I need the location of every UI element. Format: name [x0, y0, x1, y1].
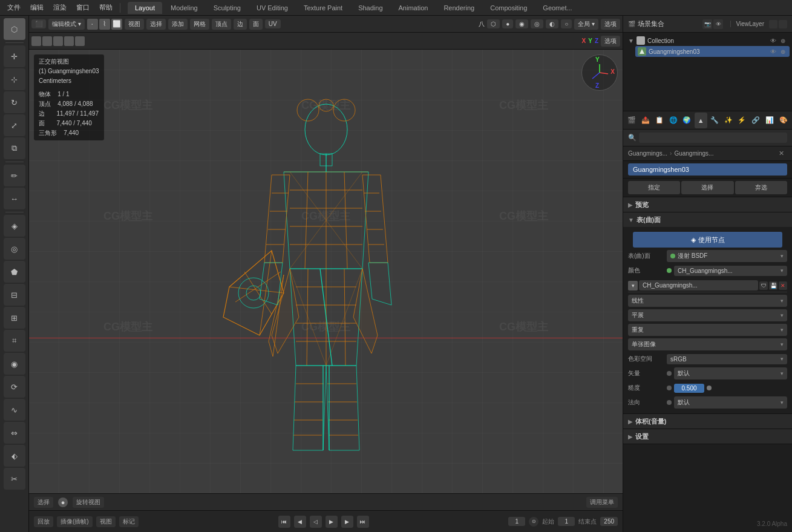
snap-icon-5[interactable] [75, 36, 85, 46]
start-frame[interactable]: 1 [558, 517, 575, 526]
menu-file[interactable]: 文件 [2, 2, 25, 13]
menu-render[interactable]: 渲染 [48, 2, 71, 13]
object-item[interactable]: Guangmingshen03 👁 ⊕ [635, 46, 790, 57]
particles-tab[interactable]: ✨ [722, 113, 735, 128]
vl-icon-1[interactable] [769, 20, 777, 28]
tab-rendering[interactable]: Rendering [436, 2, 482, 14]
overlay-btn[interactable]: ○ [561, 19, 572, 28]
scale-tool[interactable]: ⤢ [4, 114, 25, 136]
view-layer-tab[interactable]: 📋 [653, 113, 666, 128]
mat-close-icon[interactable]: ✕ [779, 281, 787, 290]
move-tool[interactable]: ⊹ [4, 68, 25, 90]
keyframe-dot[interactable]: ⊙ [529, 517, 538, 527]
surface-header[interactable]: ▼ 表(曲)面 [623, 212, 792, 227]
bsdf-dropdown[interactable]: 漫射 BSDF ▾ [667, 250, 787, 262]
next-frame-btn[interactable]: ▶ [341, 516, 353, 528]
col-eye[interactable]: 👁 [769, 36, 777, 45]
end-frame[interactable]: 250 [600, 517, 618, 526]
rotate-status[interactable]: 旋转视图 [73, 497, 104, 508]
output-props-tab[interactable]: 📤 [640, 113, 652, 128]
tab-texture-paint[interactable]: Texture Paint [296, 2, 350, 14]
flat-dropdown[interactable]: 平展 ▾ [628, 309, 787, 321]
mat-save-icon[interactable]: 💾 [769, 281, 777, 290]
annotate-tool[interactable]: ✏ [4, 165, 25, 186]
marker-btn[interactable]: 标记 [119, 516, 139, 527]
option-right-btn[interactable]: 选项 [601, 36, 620, 47]
jump-end-btn[interactable]: ⏭ [357, 516, 369, 528]
jump-start-btn[interactable]: ⏮ [278, 516, 290, 528]
bc-item-2[interactable]: Guangmings... [674, 150, 713, 157]
global-local-btn[interactable]: 全局 ▾ [574, 19, 598, 30]
editor-type-btn[interactable]: ⬛ [31, 19, 46, 28]
roughness-dot-btn[interactable] [707, 386, 712, 390]
face-mode-btn[interactable]: ⬜ [111, 19, 122, 30]
select-tool[interactable]: ⬡ [4, 18, 25, 40]
vl-icon-2[interactable] [779, 20, 787, 28]
view-menu[interactable]: 视图 [125, 19, 144, 30]
bc-item-1[interactable]: Guangmings... [628, 150, 667, 157]
repeat-dropdown[interactable]: 重复 ▾ [628, 324, 787, 336]
object-name-input[interactable] [628, 163, 787, 176]
props-search-input[interactable] [639, 133, 787, 143]
tab-modeling[interactable]: Modeling [163, 2, 205, 14]
edge-menu[interactable]: 边 [234, 19, 247, 30]
col-cursor[interactable]: ⊕ [779, 36, 787, 45]
timeline-view-btn[interactable]: 视图 [96, 516, 116, 527]
world-tab[interactable]: 🌍 [681, 113, 693, 128]
viewport-shading[interactable]: ◐ [546, 19, 558, 28]
material-tab[interactable]: 🎨 [777, 113, 790, 128]
deselect-mat-btn[interactable]: 弃选 [735, 181, 787, 194]
scene-tab[interactable]: 🌐 [667, 113, 679, 128]
prev-frame-btn[interactable]: ◀ [294, 516, 306, 528]
use-nodes-btn[interactable]: ◈ 使用节点 [633, 232, 782, 248]
tab-layout[interactable]: Layout [128, 2, 162, 14]
select-menu[interactable]: 选择 [146, 19, 166, 30]
shading-render[interactable]: ◎ [531, 19, 543, 28]
tab-compositing[interactable]: Compositing [483, 2, 534, 14]
mat-shield-icon[interactable]: 🛡 [759, 281, 768, 290]
3d-viewport[interactable]: CG模型主 CG模型主 CG模型主 CG模型主 CG模型主 CG模型主 CG模型… [29, 50, 623, 493]
vector-dropdown[interactable]: 默认 ▾ [674, 367, 787, 379]
interpolation-btn[interactable]: 插像(插帧) [57, 516, 93, 527]
bc-close-icon[interactable]: ✕ [779, 149, 787, 158]
playback-btn[interactable]: 回放 [34, 516, 53, 527]
shading-material[interactable]: ◉ [515, 19, 528, 28]
color-space-dropdown[interactable]: sRGB ▾ [667, 354, 787, 364]
menu-window[interactable]: 窗口 [71, 2, 94, 13]
bevel-tool[interactable]: ⬟ [4, 261, 25, 283]
edge-slide-tool[interactable]: ⇔ [4, 422, 25, 444]
obj-eye[interactable]: 👁 [769, 47, 777, 56]
assign-btn[interactable]: 指定 [628, 181, 680, 194]
normal-dropdown[interactable]: 默认 ▾ [674, 396, 787, 409]
tab-shading[interactable]: Shading [351, 2, 390, 14]
uv-menu[interactable]: UV [265, 19, 281, 28]
extrude-tool[interactable]: ◈ [4, 215, 25, 237]
spin-tool[interactable]: ⟳ [4, 376, 25, 398]
object-tab[interactable]: ▲ [695, 113, 707, 128]
vertex-mode-btn[interactable]: ⬝ [87, 19, 98, 30]
option-btn[interactable]: 选项 [601, 19, 620, 30]
loop-cut-tool[interactable]: ⊟ [4, 284, 25, 306]
roughness-input[interactable]: 0.500 [674, 384, 704, 393]
settings-header[interactable]: ▶ 设置 [623, 429, 792, 444]
measure-tool[interactable]: ↔ [4, 188, 25, 209]
shear-tool[interactable]: ⬖ [4, 445, 25, 467]
smooth-tool[interactable]: ∿ [4, 399, 25, 421]
collection-item[interactable]: ▼ Collection 👁 ⊕ [626, 35, 790, 46]
mode-select[interactable]: 编辑模式 ▾ [48, 19, 85, 30]
shading-solid[interactable]: ● [502, 19, 513, 28]
inset-tool[interactable]: ◎ [4, 238, 25, 260]
current-frame[interactable]: 1 [508, 517, 525, 526]
menu-status[interactable]: 调用菜单 [586, 497, 618, 508]
menu-help[interactable]: 帮助 [94, 2, 117, 13]
scene-eye-icon[interactable]: 👁 [713, 19, 723, 29]
linearity-dropdown[interactable]: 线性 ▾ [628, 295, 787, 307]
obj-cursor[interactable]: ⊕ [779, 47, 787, 56]
edge-mode-btn[interactable]: ⌇ [99, 19, 110, 30]
rip-tool[interactable]: ✂ [4, 468, 25, 490]
data-tab[interactable]: 📊 [764, 113, 776, 128]
vertex-menu[interactable]: 顶点 [212, 19, 231, 30]
select-mat-btn[interactable]: 选择 [681, 181, 733, 194]
rotate-tool[interactable]: ↻ [4, 91, 25, 113]
tab-sculpting[interactable]: Sculpting [206, 2, 248, 14]
